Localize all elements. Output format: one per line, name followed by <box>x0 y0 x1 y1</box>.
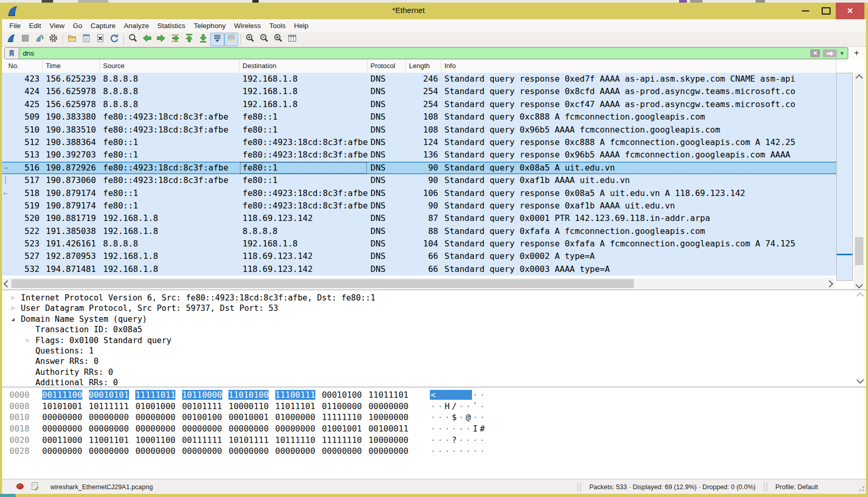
detail-line-5[interactable]: Questions: 1 <box>2 346 866 356</box>
menu-view[interactable]: View <box>45 20 69 31</box>
byte-group[interactable]: 00000000 <box>135 446 175 456</box>
byte-group[interactable]: 00010001 <box>228 412 269 422</box>
reload-file-button[interactable] <box>107 33 121 46</box>
packet-row-517[interactable]: ┆517190.873060fe80::4923:18cd:8c3f:afbef… <box>2 174 836 187</box>
packet-row-425[interactable]: 425156.6259788.8.8.8192.168.1.8DNS254Sta… <box>2 98 836 111</box>
detail-line-6[interactable]: Answer RRs: 0 <box>2 356 866 367</box>
byte-group[interactable]: 10111110 <box>275 435 315 445</box>
menu-analyze[interactable]: Analyze <box>120 20 153 31</box>
byte-group[interactable]: 01001001 <box>322 424 362 434</box>
detail-line-1[interactable]: ▷User Datagram Protocol, Src Port: 59737… <box>2 303 866 313</box>
collapse-triangle-icon[interactable]: ◢ <box>11 314 20 324</box>
byte-group[interactable]: 00000000 <box>135 412 175 422</box>
byte-group[interactable]: 00000000 <box>89 446 129 456</box>
details-vertical-scrollbar[interactable] <box>856 291 865 386</box>
packet-row-510[interactable]: 510190.383510fe80::4923:18cd:8c3f:afbefe… <box>2 124 836 136</box>
close-file-button[interactable] <box>93 33 107 46</box>
filter-apply-button[interactable] <box>823 49 837 57</box>
byte-group[interactable]: 00000000 <box>42 446 82 456</box>
go-first-button[interactable] <box>182 33 196 46</box>
byte-group[interactable]: 00000000 <box>275 424 315 434</box>
zoom-out-button[interactable] <box>257 33 271 46</box>
packet-list-horizontal-scrollbar[interactable] <box>2 278 835 289</box>
byte-group[interactable]: 00000000 <box>42 424 82 434</box>
column-header-no[interactable]: No. <box>2 59 43 73</box>
details-scroll-up-icon[interactable] <box>857 292 864 299</box>
profile-selector[interactable]: Profile: Default <box>768 483 859 491</box>
filter-text[interactable]: dns <box>19 49 810 57</box>
colorize-button[interactable] <box>224 33 238 46</box>
menu-statistics[interactable]: Statistics <box>153 20 189 31</box>
packet-row-519[interactable]: 519190.879174fe80::1fe80::4923:18cd:8c3f… <box>2 200 836 212</box>
byte-group[interactable]: 00000000 <box>275 446 315 456</box>
packet-row-516[interactable]: ⇢516190.872926fe80::4923:18cd:8c3f:afbef… <box>2 162 836 174</box>
packet-row-518[interactable]: ⇠518190.879174fe80::1fe80::4923:18cd:8c3… <box>2 187 836 200</box>
start-capture-button[interactable] <box>4 33 18 46</box>
details-scroll-down-icon[interactable] <box>857 376 864 384</box>
packet-row-527[interactable]: 527192.870953192.168.1.8118.69.123.142DN… <box>2 250 836 263</box>
byte-group[interactable]: 10000110 <box>228 401 269 411</box>
column-header-source[interactable]: Source <box>100 59 239 73</box>
byte-group[interactable]: 00000000 <box>182 446 222 456</box>
column-header-time[interactable]: Time <box>43 59 100 73</box>
byte-group[interactable]: 10001100 <box>135 435 175 445</box>
menu-tools[interactable]: Tools <box>265 20 290 31</box>
filter-dropdown-caret-icon[interactable]: ▼ <box>838 50 846 56</box>
packet-row-512[interactable]: 512190.388364fe80::1fe80::4923:18cd:8c3f… <box>2 136 836 149</box>
byte-group[interactable]: 10000000 <box>368 412 409 422</box>
byte-group[interactable]: 00000000 <box>368 446 409 456</box>
vertical-scroll-thumb[interactable] <box>855 237 863 265</box>
byte-group[interactable]: 11001101 <box>89 435 129 445</box>
byte-group[interactable]: 00111100 <box>42 390 82 400</box>
scroll-right-icon[interactable] <box>826 280 833 287</box>
packet-row-520[interactable]: 520190.881719192.168.1.8118.69.123.142DN… <box>2 212 836 225</box>
detail-line-7[interactable]: Authority RRs: 0 <box>2 367 866 377</box>
byte-group[interactable]: 10101001 <box>42 401 82 411</box>
menu-capture[interactable]: Capture <box>86 20 120 31</box>
packet-row-423[interactable]: 423156.6252398.8.8.8192.168.1.8DNS246Sta… <box>2 73 836 85</box>
close-button[interactable]: ✕ <box>836 3 864 19</box>
stop-capture-button[interactable] <box>18 33 32 46</box>
capture-comment-icon[interactable] <box>31 482 39 492</box>
byte-group[interactable]: 00000000 <box>42 412 82 422</box>
scroll-down-icon[interactable] <box>856 281 863 289</box>
menu-help[interactable]: Help <box>290 20 313 31</box>
go-to-packet-button[interactable] <box>168 33 182 46</box>
byte-group[interactable]: 00100011 <box>368 424 409 434</box>
zoom-in-button[interactable] <box>243 33 257 46</box>
byte-group[interactable]: 00011000 <box>42 435 82 445</box>
byte-group[interactable]: 11100111 <box>275 390 315 400</box>
byte-group[interactable]: 00000000 <box>368 401 409 411</box>
packet-row-523[interactable]: 523191.4261618.8.8.8192.168.1.8DNS104Sta… <box>2 238 836 250</box>
byte-group[interactable]: 10110000 <box>182 390 222 400</box>
byte-group[interactable]: 11111110 <box>322 412 362 422</box>
byte-group[interactable]: 01100000 <box>322 401 362 411</box>
column-header-destination[interactable]: Destination <box>239 59 367 73</box>
column-header-protocol[interactable]: Protocol <box>367 59 406 73</box>
save-file-button[interactable] <box>79 33 93 46</box>
expand-triangle-icon[interactable]: ▷ <box>11 293 20 303</box>
byte-group[interactable]: 00101111 <box>182 401 222 411</box>
display-filter-input[interactable]: dns ✕ ▼ <box>4 47 848 59</box>
resize-columns-button[interactable] <box>285 33 299 46</box>
detail-line-4[interactable]: ▷Flags: 0x0100 Standard query <box>2 335 866 346</box>
menu-wireless[interactable]: Wireless <box>230 20 265 31</box>
column-header-info[interactable]: Info <box>441 59 836 73</box>
packet-row-513[interactable]: 513190.392703fe80::1fe80::4923:18cd:8c3f… <box>2 149 836 161</box>
byte-group[interactable]: 00000000 <box>228 446 269 456</box>
scroll-up-icon[interactable] <box>856 74 863 82</box>
byte-group[interactable]: 11111011 <box>135 390 175 400</box>
menu-go[interactable]: Go <box>69 20 86 31</box>
maximize-button[interactable] <box>816 3 836 19</box>
menu-edit[interactable]: Edit <box>25 20 45 31</box>
menu-telephony[interactable]: Telephony <box>189 20 230 31</box>
packet-row-509[interactable]: 509190.383380fe80::4923:18cd:8c3f:afbefe… <box>2 111 836 123</box>
filter-bookmark-button[interactable] <box>5 48 19 59</box>
packet-row-532[interactable]: 532194.871481192.168.1.8118.69.123.142DN… <box>2 263 836 276</box>
byte-group[interactable]: 00000000 <box>228 424 269 434</box>
column-header-length[interactable]: Length <box>406 59 441 73</box>
byte-group[interactable]: 00000000 <box>322 446 362 456</box>
restart-capture-button[interactable] <box>32 33 46 46</box>
find-packet-button[interactable] <box>126 33 140 46</box>
scroll-left-icon[interactable] <box>4 280 11 287</box>
